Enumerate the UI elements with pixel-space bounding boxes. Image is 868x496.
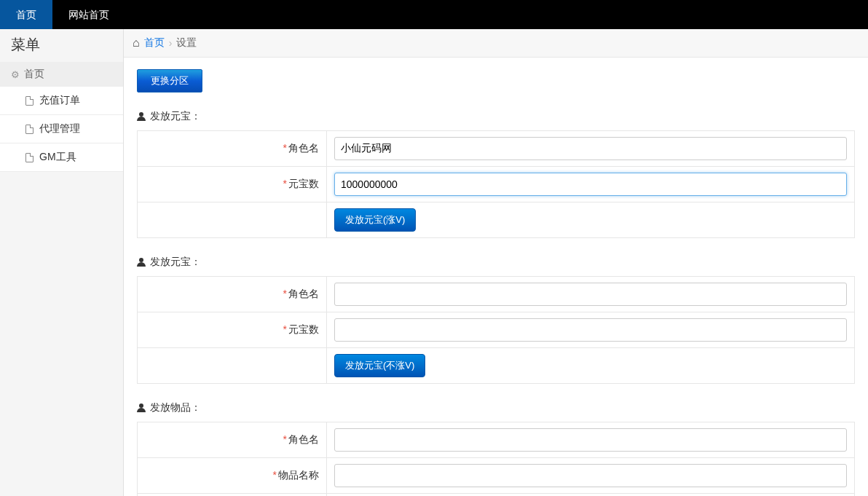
role-name-input[interactable]	[334, 283, 847, 306]
user-icon	[137, 112, 146, 121]
field-label: 物品名称	[278, 469, 319, 481]
field-label: 元宝数	[288, 323, 319, 335]
issue-yuanbao-novip-button[interactable]: 发放元宝(不涨V)	[334, 354, 425, 377]
file-icon	[25, 153, 33, 162]
role-name-input[interactable]	[334, 428, 847, 452]
sidebar: 菜单 首页 充值订单 代理管理 GM工具	[0, 29, 124, 496]
switch-zone-button[interactable]: 更换分区	[137, 69, 202, 92]
section-issue-yuanbao-novip: 发放元宝： *角色名 *元宝数 发放元宝(不涨V)	[137, 256, 855, 384]
breadcrumb-current: 设置	[176, 36, 197, 50]
issue-yuanbao-vip-button[interactable]: 发放元宝(涨V)	[334, 208, 416, 232]
breadcrumb-home-link[interactable]: 首页	[144, 36, 165, 50]
file-icon	[25, 96, 33, 106]
form-table: *角色名 *元宝数 发放元宝(不涨V)	[137, 276, 855, 384]
topbar-tab-site-home[interactable]: 网站首页	[52, 0, 125, 29]
breadcrumb: 首页 › 设置	[124, 29, 868, 58]
field-label: 元宝数	[288, 178, 319, 189]
home-icon	[133, 36, 140, 50]
sidebar-group-home[interactable]: 首页	[0, 62, 123, 87]
sidebar-title: 菜单	[0, 29, 123, 62]
role-name-input[interactable]	[334, 137, 847, 160]
file-icon	[25, 125, 33, 134]
topbar-tab-home[interactable]: 首页	[0, 0, 52, 29]
field-label: 角色名	[288, 433, 319, 445]
sidebar-item-label: GM工具	[39, 151, 76, 164]
form-table: *角色名 *物品名称 *物品数量 发放物品	[137, 422, 855, 496]
sidebar-item-agent-management[interactable]: 代理管理	[0, 115, 123, 143]
yuanbao-amount-input[interactable]	[334, 173, 847, 196]
breadcrumb-separator: ›	[169, 37, 173, 49]
field-label: 角色名	[288, 142, 319, 154]
section-title: 发放元宝：	[137, 256, 855, 269]
form-table: *角色名 *元宝数 发放元宝(涨V)	[137, 130, 855, 238]
user-icon	[137, 404, 146, 412]
sidebar-group-label: 首页	[24, 68, 44, 81]
sidebar-item-label: 代理管理	[39, 122, 80, 135]
sidebar-item-gm-tools[interactable]: GM工具	[0, 143, 123, 172]
user-icon	[137, 258, 146, 267]
main-content: 首页 › 设置 更换分区 发放元宝： *角色名 *元宝数	[124, 29, 868, 496]
sidebar-item-label: 充值订单	[39, 94, 80, 107]
field-label: 角色名	[288, 288, 319, 299]
section-title: 发放物品：	[137, 401, 855, 414]
yuanbao-amount-input[interactable]	[334, 318, 847, 342]
section-title: 发放元宝：	[137, 110, 855, 123]
section-issue-yuanbao-vip: 发放元宝： *角色名 *元宝数 发放元宝(涨V)	[137, 110, 855, 238]
gear-icon	[11, 68, 20, 80]
topbar: 首页 网站首页	[0, 0, 868, 29]
sidebar-item-recharge-orders[interactable]: 充值订单	[0, 87, 123, 115]
section-issue-items: 发放物品： *角色名 *物品名称 *物品数量	[137, 401, 855, 496]
item-name-input[interactable]	[334, 464, 847, 487]
